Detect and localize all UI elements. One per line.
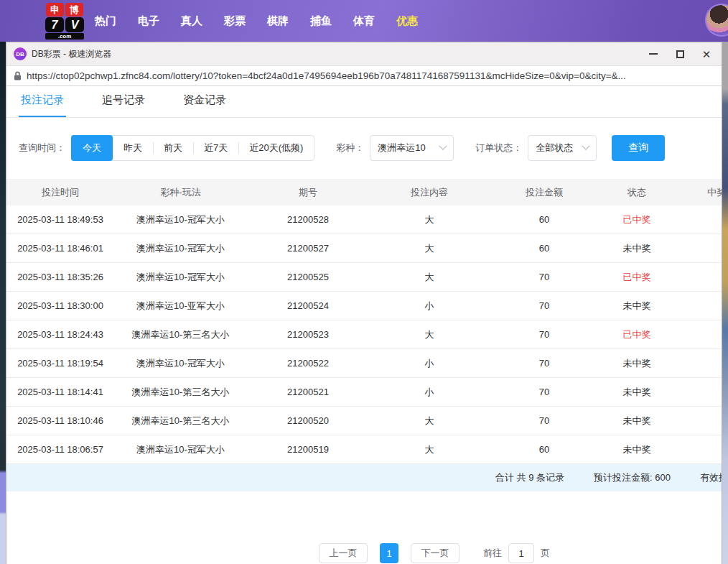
cell-issue: 21200523 [247, 329, 369, 340]
cell-issue: 21200525 [247, 272, 369, 282]
cell-amount: 70 [490, 329, 599, 340]
logo-char-v: V [65, 17, 84, 32]
lottery-type-value: 澳洲幸运10 [378, 142, 425, 154]
nav-item[interactable]: 热门 [95, 14, 116, 28]
table-row: 2025-03-11 18:49:53 澳洲幸运10-冠军大小 21200528… [6, 205, 722, 234]
table-row: 2025-03-11 18:19:54 澳洲幸运10-冠军大小 21200522… [6, 349, 722, 378]
db-lottery-app-icon: DB [14, 47, 27, 60]
url-text[interactable]: https://ctop02pchwp1.zfnc84.com/lottery/… [27, 70, 626, 81]
cell-status: 未中奖 [599, 300, 675, 313]
cell-content: 大 [369, 328, 490, 341]
time-range-option[interactable]: 近7天 [193, 136, 238, 160]
cell-bet-time: 2025-03-11 18:19:54 [6, 358, 114, 369]
table-row: 2025-03-11 18:30:00 澳洲幸运10-亚军大小 21200524… [6, 292, 722, 320]
browser-window: DB DB彩票 - 极速浏览器 ✕ https://ctop02pchwp1.z… [6, 42, 722, 564]
cell-content: 大 [369, 443, 490, 456]
cell-amount: 70 [490, 272, 599, 282]
nav-item[interactable]: 棋牌 [267, 14, 289, 28]
tab-chase-records[interactable]: 追号记录 [100, 93, 147, 117]
window-titlebar[interactable]: DB DB彩票 - 极速浏览器 ✕ [6, 42, 722, 66]
table-row: 2025-03-11 18:35:26 澳洲幸运10-冠军大小 21200525… [6, 263, 722, 292]
cell-content: 大 [369, 415, 490, 427]
cell-issue: 21200528 [247, 214, 369, 225]
goto-page-input[interactable]: 1 [508, 543, 534, 563]
cell-amount: 70 [490, 387, 599, 397]
user-avatar[interactable] [705, 4, 728, 37]
logo-char-shen: 申 [46, 3, 64, 17]
table-row: 2025-03-11 18:10:46 澳洲幸运10-第三名大小 2120052… [6, 407, 722, 435]
time-range-option[interactable]: 近20天(低频) [238, 136, 314, 160]
cell-bet-time: 2025-03-11 18:35:26 [6, 272, 114, 282]
window-title: DB彩票 - 极速浏览器 [32, 48, 648, 60]
header-bet-time: 投注时间 [6, 186, 114, 199]
header-game: 彩种-玩法 [114, 186, 247, 199]
header-issue: 期号 [247, 186, 369, 199]
summary-expected-amount: 预计投注金额: 600 [594, 471, 671, 484]
main-nav: 热门电子真人彩票棋牌捕鱼体育优惠 [95, 0, 418, 42]
tab-bet-records[interactable]: 投注记录 [19, 93, 66, 117]
chevron-down-icon [439, 142, 447, 150]
current-page-button[interactable]: 1 [380, 543, 398, 563]
logo-char-bo: 博 [65, 3, 83, 17]
cell-game: 澳洲幸运10-冠军大小 [114, 242, 247, 255]
next-page-button[interactable]: 下一页 [411, 543, 459, 563]
table-body: 2025-03-11 18:49:53 澳洲幸运10-冠军大小 21200528… [6, 205, 722, 464]
minimize-icon[interactable] [648, 49, 658, 59]
maximize-icon[interactable] [675, 49, 685, 59]
time-range-option[interactable]: 前天 [153, 136, 193, 160]
nav-item[interactable]: 真人 [181, 14, 202, 28]
query-time-label: 查询时间： [19, 142, 65, 154]
nav-item[interactable]: 体育 [353, 14, 375, 28]
cell-game: 澳洲幸运10-第三名大小 [114, 328, 247, 341]
tab-fund-records[interactable]: 资金记录 [181, 93, 228, 117]
cell-bet-time: 2025-03-11 18:24:43 [6, 329, 114, 340]
cell-game: 澳洲幸运10-冠军大小 [114, 443, 247, 456]
cell-status: 未中奖 [599, 242, 675, 255]
site-logo[interactable]: 申 博 7 V .com [45, 3, 84, 40]
cell-status: 未中奖 [599, 357, 675, 370]
url-bar[interactable]: https://ctop02pchwp1.zfnc84.com/lottery/… [6, 66, 722, 86]
table-row: 2025-03-11 18:14:41 澳洲幸运10-第三名大小 2120052… [6, 378, 722, 407]
cell-status: 已中奖 [599, 328, 675, 341]
time-range-option[interactable]: 昨天 [113, 136, 153, 160]
search-button[interactable]: 查询 [612, 135, 665, 161]
header-status: 状态 [599, 186, 675, 199]
cell-amount: 70 [490, 300, 599, 311]
cell-issue: 21200524 [247, 300, 369, 311]
lottery-type-label: 彩种： [336, 142, 364, 154]
prev-page-button[interactable]: 上一页 [319, 543, 368, 563]
lottery-type-select[interactable]: 澳洲幸运10 [370, 135, 454, 161]
summary-valid-amount: 有效投注金额 [700, 471, 722, 484]
header-content: 投注内容 [369, 186, 490, 199]
header-prize: 中奖金额 [675, 186, 722, 199]
table-summary-row: 合计 共 9 条记录 预计投注金额: 600 有效投注金额 [6, 464, 722, 491]
cell-issue: 21200527 [247, 243, 369, 254]
cell-status: 未中奖 [599, 386, 675, 399]
cell-prize: 1 [675, 329, 722, 340]
goto-page-label: 前往 [483, 547, 502, 560]
nav-item[interactable]: 优惠 [396, 14, 418, 28]
table-row: 2025-03-11 18:24:43 澳洲幸运10-第三名大小 2120052… [6, 320, 722, 349]
lock-icon [14, 71, 22, 80]
cell-game: 澳洲幸运10-冠军大小 [114, 271, 247, 284]
order-status-select[interactable]: 全部状态 [528, 135, 597, 161]
cell-bet-time: 2025-03-11 18:30:00 [6, 300, 114, 311]
cell-status: 已中奖 [599, 213, 675, 226]
cell-issue: 21200519 [247, 444, 369, 455]
nav-item[interactable]: 彩票 [224, 14, 246, 28]
cell-status: 未中奖 [599, 415, 675, 427]
order-status-label: 订单状态： [475, 142, 522, 154]
cell-amount: 70 [490, 358, 599, 369]
desktop-wallpaper-left [0, 42, 6, 564]
cell-status: 未中奖 [599, 443, 675, 456]
nav-item[interactable]: 电子 [138, 14, 159, 28]
time-range-option[interactable]: 今天 [71, 135, 113, 161]
nav-item[interactable]: 捕鱼 [310, 14, 332, 28]
close-icon[interactable]: ✕ [701, 49, 711, 59]
lottery-records-page: 投注记录 追号记录 资金记录 查询时间： 今天昨天前天近7天近20天(低频) 彩… [6, 86, 722, 563]
filter-bar: 查询时间： 今天昨天前天近7天近20天(低频) 彩种： 澳洲幸运10 订单状态：… [19, 135, 722, 161]
table-row: 2025-03-11 18:46:01 澳洲幸运10-冠军大小 21200527… [6, 234, 722, 263]
cell-game: 澳洲幸运10-第三名大小 [114, 415, 247, 427]
desktop-wallpaper-right [722, 42, 728, 564]
site-top-nav: 申 博 7 V .com 热门电子真人彩票棋牌捕鱼体育优惠 [0, 0, 728, 42]
